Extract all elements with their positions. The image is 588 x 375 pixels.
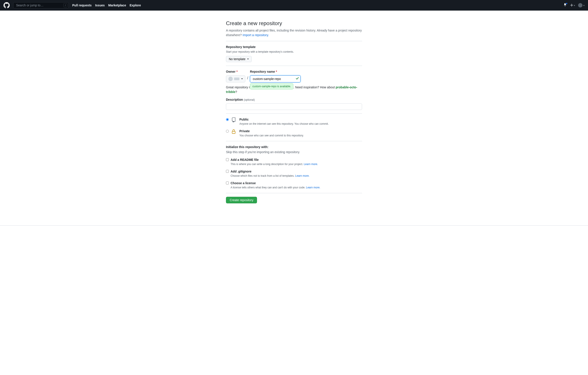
search-wrap: / — [13, 2, 69, 8]
owner-label: Owner * — [226, 69, 245, 74]
slash-hotkey-hint: / — [63, 3, 67, 7]
owner-avatar — [228, 77, 233, 81]
search-input[interactable] — [13, 2, 69, 8]
choose-license-checkbox[interactable] — [226, 182, 229, 184]
nav-pull-requests[interactable]: Pull requests — [72, 3, 92, 8]
page-title: Create a new repository — [226, 19, 362, 27]
nav-explore[interactable]: Explore — [129, 3, 141, 8]
page-subhead: A repository contains all project files,… — [226, 28, 362, 37]
visibility-private-radio[interactable] — [226, 130, 229, 133]
license-learn-more[interactable]: Learn more. — [306, 186, 320, 189]
init-sub: Skip this step if you're importing an ex… — [226, 150, 362, 154]
gitignore-learn-more[interactable]: Learn more. — [295, 174, 309, 177]
init-heading: Initialize this repository with: — [226, 145, 362, 149]
readme-title: Add a README file — [231, 158, 318, 162]
visibility-public-radio[interactable] — [226, 118, 229, 121]
license-title: Choose a license — [231, 181, 320, 185]
availability-tooltip: custom-sample-repo is available. — [250, 83, 293, 89]
description-optional: (optional) — [244, 98, 255, 101]
template-sub: Start your repository with a template re… — [226, 50, 362, 54]
public-title: Public — [239, 117, 329, 122]
template-dropdown[interactable]: No template — [226, 56, 252, 62]
owner-dropdown[interactable] — [226, 75, 245, 82]
add-readme-checkbox[interactable] — [226, 158, 229, 161]
topbar: / Pull requests Issues Marketplace Explo… — [0, 0, 588, 11]
readme-desc: This is where you can write a long descr… — [231, 162, 318, 166]
separator — [226, 193, 362, 193]
description-label: Description — [226, 98, 243, 101]
create-new-dropdown[interactable]: ▾ — [570, 3, 575, 7]
topbar-right: ▾ ▾ — [563, 3, 585, 8]
private-desc: You choose who can see and commit to thi… — [239, 134, 304, 138]
repository-name-input[interactable] — [250, 75, 301, 82]
svg-rect-0 — [232, 131, 235, 134]
user-menu-dropdown[interactable]: ▾ — [578, 3, 585, 8]
description-input[interactable] — [226, 103, 362, 110]
notification-dot — [566, 2, 568, 5]
separator — [226, 141, 362, 141]
main-container: Create a new repository A repository con… — [222, 11, 366, 217]
add-gitignore-checkbox[interactable] — [226, 170, 229, 173]
repo-icon — [231, 117, 237, 124]
gitignore-title: Add .gitignore — [231, 169, 309, 174]
public-desc: Anyone on the internet can see this repo… — [239, 122, 329, 126]
private-title: Private — [239, 129, 304, 134]
template-heading: Repository template — [226, 45, 362, 49]
readme-learn-more[interactable]: Learn more. — [304, 163, 318, 166]
separator — [226, 66, 362, 66]
gitignore-desc: Choose which files not to track from a l… — [231, 174, 309, 178]
check-icon — [296, 77, 299, 81]
license-desc: A license tells others what they can and… — [231, 185, 320, 190]
footer-separator — [0, 225, 588, 226]
nav-marketplace[interactable]: Marketplace — [108, 3, 126, 8]
template-dropdown-label: No template — [229, 57, 245, 61]
slash-separator: / — [247, 75, 248, 82]
separator — [226, 113, 362, 114]
nav-issues[interactable]: Issues — [95, 3, 105, 8]
import-repository-link[interactable]: Import a repository. — [243, 33, 269, 37]
owner-name — [234, 77, 239, 80]
avatar — [578, 3, 582, 8]
github-logo[interactable] — [3, 2, 10, 8]
create-repository-button[interactable]: Create repository — [226, 197, 257, 203]
repo-name-label: Repository name * — [250, 69, 301, 74]
suggestion-line: Great repository names are short and mem… — [226, 85, 362, 94]
separator — [226, 41, 362, 41]
nav-links: Pull requests Issues Marketplace Explore — [72, 3, 141, 8]
notifications-button[interactable] — [563, 3, 567, 8]
lock-icon — [231, 129, 237, 136]
